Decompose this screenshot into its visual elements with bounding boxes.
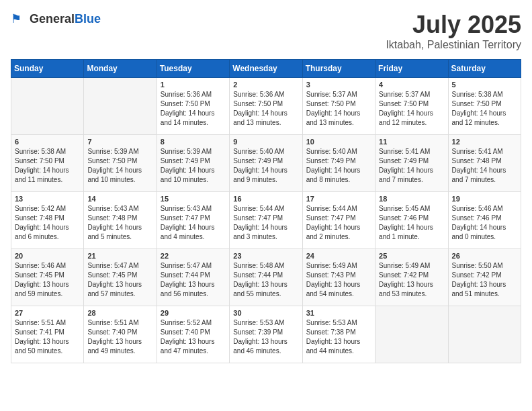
calendar-header-saturday: Saturday	[448, 60, 521, 78]
calendar-cell: 29Sunrise: 5:52 AM Sunset: 7:40 PM Dayli…	[157, 306, 229, 363]
day-number: 30	[233, 309, 298, 317]
calendar-header-wednesday: Wednesday	[230, 60, 302, 78]
calendar-cell: 28Sunrise: 5:51 AM Sunset: 7:40 PM Dayli…	[84, 306, 157, 363]
day-number: 11	[379, 138, 444, 146]
day-number: 18	[379, 195, 444, 203]
day-number: 27	[15, 309, 80, 317]
calendar-cell	[84, 78, 157, 135]
logo-blue: Blue	[75, 12, 101, 26]
day-info: Sunrise: 5:42 AM Sunset: 7:48 PM Dayligh…	[15, 204, 80, 242]
calendar-cell: 19Sunrise: 5:46 AM Sunset: 7:46 PM Dayli…	[448, 192, 521, 249]
month-year-title: July 2025	[386, 11, 521, 39]
day-info: Sunrise: 5:45 AM Sunset: 7:46 PM Dayligh…	[379, 204, 444, 242]
calendar-cell: 3Sunrise: 5:37 AM Sunset: 7:50 PM Daylig…	[302, 78, 375, 135]
calendar-header-sunday: Sunday	[11, 60, 84, 78]
calendar-cell: 14Sunrise: 5:43 AM Sunset: 7:48 PM Dayli…	[84, 192, 157, 249]
day-number: 2	[233, 81, 298, 89]
day-info: Sunrise: 5:43 AM Sunset: 7:48 PM Dayligh…	[87, 204, 152, 242]
day-info: Sunrise: 5:39 AM Sunset: 7:50 PM Dayligh…	[87, 147, 152, 185]
day-info: Sunrise: 5:53 AM Sunset: 7:39 PM Dayligh…	[233, 318, 298, 356]
calendar-header-thursday: Thursday	[302, 60, 375, 78]
day-info: Sunrise: 5:43 AM Sunset: 7:47 PM Dayligh…	[161, 204, 226, 242]
calendar-cell: 6Sunrise: 5:38 AM Sunset: 7:50 PM Daylig…	[11, 135, 84, 192]
day-info: Sunrise: 5:44 AM Sunset: 7:47 PM Dayligh…	[233, 204, 298, 242]
day-number: 21	[87, 252, 152, 260]
day-info: Sunrise: 5:36 AM Sunset: 7:50 PM Dayligh…	[161, 90, 226, 128]
day-number: 9	[233, 138, 298, 146]
calendar-header-monday: Monday	[84, 60, 157, 78]
day-number: 16	[233, 195, 298, 203]
calendar-cell: 12Sunrise: 5:41 AM Sunset: 7:48 PM Dayli…	[448, 135, 521, 192]
calendar-header-row: SundayMondayTuesdayWednesdayThursdayFrid…	[11, 60, 521, 78]
day-info: Sunrise: 5:37 AM Sunset: 7:50 PM Dayligh…	[379, 90, 444, 128]
location-subtitle: Iktabah, Palestinian Territory	[386, 39, 521, 51]
calendar-cell: 5Sunrise: 5:38 AM Sunset: 7:50 PM Daylig…	[448, 78, 521, 135]
day-number: 1	[161, 81, 226, 89]
day-number: 22	[161, 252, 226, 260]
day-info: Sunrise: 5:49 AM Sunset: 7:43 PM Dayligh…	[306, 261, 371, 299]
day-info: Sunrise: 5:38 AM Sunset: 7:50 PM Dayligh…	[452, 90, 517, 128]
day-info: Sunrise: 5:50 AM Sunset: 7:42 PM Dayligh…	[452, 261, 517, 299]
calendar-cell: 2Sunrise: 5:36 AM Sunset: 7:50 PM Daylig…	[230, 78, 302, 135]
day-number: 13	[15, 195, 80, 203]
day-info: Sunrise: 5:46 AM Sunset: 7:45 PM Dayligh…	[15, 261, 80, 299]
day-number: 14	[87, 195, 152, 203]
calendar-header-friday: Friday	[375, 60, 448, 78]
title-section: July 2025 Iktabah, Palestinian Territory	[386, 11, 521, 51]
calendar-week-row: 1Sunrise: 5:36 AM Sunset: 7:50 PM Daylig…	[11, 78, 521, 135]
day-info: Sunrise: 5:44 AM Sunset: 7:47 PM Dayligh…	[306, 204, 371, 242]
calendar-cell: 22Sunrise: 5:47 AM Sunset: 7:44 PM Dayli…	[157, 249, 229, 306]
calendar-cell: 18Sunrise: 5:45 AM Sunset: 7:46 PM Dayli…	[375, 192, 448, 249]
calendar-cell	[11, 78, 84, 135]
day-info: Sunrise: 5:47 AM Sunset: 7:45 PM Dayligh…	[87, 261, 152, 299]
day-info: Sunrise: 5:37 AM Sunset: 7:50 PM Dayligh…	[306, 90, 371, 128]
day-number: 4	[379, 81, 444, 89]
calendar-cell: 11Sunrise: 5:41 AM Sunset: 7:49 PM Dayli…	[375, 135, 448, 192]
calendar-cell: 1Sunrise: 5:36 AM Sunset: 7:50 PM Daylig…	[157, 78, 229, 135]
calendar-week-row: 20Sunrise: 5:46 AM Sunset: 7:45 PM Dayli…	[11, 249, 521, 306]
day-number: 7	[87, 138, 152, 146]
day-info: Sunrise: 5:51 AM Sunset: 7:41 PM Dayligh…	[15, 318, 80, 356]
day-number: 8	[161, 138, 226, 146]
day-number: 29	[161, 309, 226, 317]
calendar-cell: 10Sunrise: 5:40 AM Sunset: 7:49 PM Dayli…	[302, 135, 375, 192]
svg-text:⚑: ⚑	[11, 12, 21, 26]
calendar-cell: 30Sunrise: 5:53 AM Sunset: 7:39 PM Dayli…	[230, 306, 302, 363]
calendar-week-row: 27Sunrise: 5:51 AM Sunset: 7:41 PM Dayli…	[11, 306, 521, 363]
day-number: 6	[15, 138, 80, 146]
day-number: 28	[87, 309, 152, 317]
day-info: Sunrise: 5:52 AM Sunset: 7:40 PM Dayligh…	[161, 318, 226, 356]
day-info: Sunrise: 5:51 AM Sunset: 7:40 PM Dayligh…	[87, 318, 152, 356]
calendar-header-tuesday: Tuesday	[157, 60, 229, 78]
calendar-cell: 21Sunrise: 5:47 AM Sunset: 7:45 PM Dayli…	[84, 249, 157, 306]
day-info: Sunrise: 5:40 AM Sunset: 7:49 PM Dayligh…	[306, 147, 371, 185]
calendar-table: SundayMondayTuesdayWednesdayThursdayFrid…	[11, 59, 521, 363]
calendar-week-row: 13Sunrise: 5:42 AM Sunset: 7:48 PM Dayli…	[11, 192, 521, 249]
day-number: 24	[306, 252, 371, 260]
day-number: 19	[452, 195, 517, 203]
day-info: Sunrise: 5:49 AM Sunset: 7:42 PM Dayligh…	[379, 261, 444, 299]
calendar-cell: 8Sunrise: 5:39 AM Sunset: 7:49 PM Daylig…	[157, 135, 229, 192]
calendar-cell: 26Sunrise: 5:50 AM Sunset: 7:42 PM Dayli…	[448, 249, 521, 306]
day-info: Sunrise: 5:48 AM Sunset: 7:44 PM Dayligh…	[233, 261, 298, 299]
day-number: 20	[15, 252, 80, 260]
calendar-cell: 13Sunrise: 5:42 AM Sunset: 7:48 PM Dayli…	[11, 192, 84, 249]
day-number: 5	[452, 81, 517, 89]
day-info: Sunrise: 5:53 AM Sunset: 7:38 PM Dayligh…	[306, 318, 371, 356]
day-info: Sunrise: 5:40 AM Sunset: 7:49 PM Dayligh…	[233, 147, 298, 185]
calendar-cell: 20Sunrise: 5:46 AM Sunset: 7:45 PM Dayli…	[11, 249, 84, 306]
day-info: Sunrise: 5:41 AM Sunset: 7:48 PM Dayligh…	[452, 147, 517, 185]
day-number: 26	[452, 252, 517, 260]
calendar-cell: 4Sunrise: 5:37 AM Sunset: 7:50 PM Daylig…	[375, 78, 448, 135]
calendar-cell: 31Sunrise: 5:53 AM Sunset: 7:38 PM Dayli…	[302, 306, 375, 363]
day-info: Sunrise: 5:41 AM Sunset: 7:49 PM Dayligh…	[379, 147, 444, 185]
day-number: 15	[161, 195, 226, 203]
day-info: Sunrise: 5:38 AM Sunset: 7:50 PM Dayligh…	[15, 147, 80, 185]
calendar-week-row: 6Sunrise: 5:38 AM Sunset: 7:50 PM Daylig…	[11, 135, 521, 192]
day-number: 10	[306, 138, 371, 146]
calendar-cell: 27Sunrise: 5:51 AM Sunset: 7:41 PM Dayli…	[11, 306, 84, 363]
calendar-cell: 15Sunrise: 5:43 AM Sunset: 7:47 PM Dayli…	[157, 192, 229, 249]
logo-icon: ⚑	[11, 11, 27, 27]
calendar-cell: 24Sunrise: 5:49 AM Sunset: 7:43 PM Dayli…	[302, 249, 375, 306]
day-number: 17	[306, 195, 371, 203]
